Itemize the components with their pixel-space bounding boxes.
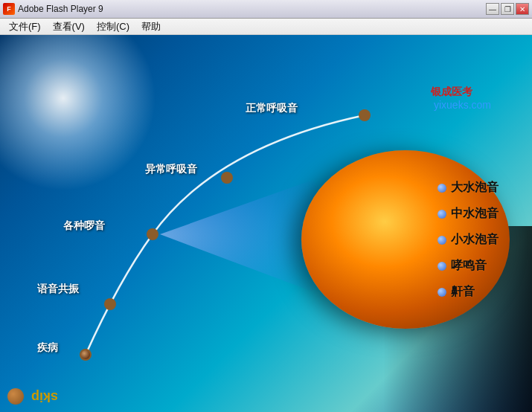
main-content: 正常呼吸音 异常呼吸音 各种啰音 语音共振 疾病 银成医考 yixueks.co… [0,35,532,412]
svg-point-4 [147,228,158,240]
svg-point-3 [104,298,116,310]
list-item[interactable]: 鼾音 [438,284,499,300]
list-item[interactable]: 小水泡音 [438,232,499,248]
title-left: F Adobe Flash Player 9 [3,3,103,15]
title-bar: F Adobe Flash Player 9 — ❐ ✕ [0,0,532,19]
bullet-dot [438,210,446,219]
label-jibing: 疾病 [37,341,58,355]
skip-area[interactable]: skip [7,388,58,405]
list-item[interactable]: 中水泡音 [438,206,499,222]
item-label: 小水泡音 [451,232,499,248]
label-zhengchang: 正常呼吸音 [246,102,298,115]
bullet-dot [438,288,446,297]
item-label: 大水泡音 [451,180,499,196]
item-label: 中水泡音 [451,206,499,222]
list-item[interactable]: 哮鸣音 [438,258,499,274]
bullet-dot [438,236,446,245]
menu-help[interactable]: 帮助 [135,19,167,35]
restore-button[interactable]: ❐ [501,3,514,15]
watermark-red: 银成医考 [431,86,472,99]
skip-dot-icon [7,388,24,405]
skip-text[interactable]: skip [31,389,58,405]
label-yuyin: 语音共振 [37,283,79,296]
watermark-blue: yixueks.com [434,99,491,111]
close-button[interactable]: ✕ [516,3,529,15]
bullet-dot [438,184,446,193]
menu-view[interactable]: 查看(V) [47,19,91,35]
window-title: Adobe Flash Player 9 [18,4,103,14]
svg-point-2 [81,350,90,359]
item-label: 哮鸣音 [451,258,487,274]
svg-point-5 [221,172,233,184]
menu-file[interactable]: 文件(F) [3,19,47,35]
svg-point-6 [359,109,371,121]
label-yichang: 异常呼吸音 [145,163,197,176]
item-label: 鼾音 [451,284,475,300]
app-icon: F [3,3,15,15]
bullet-dot [438,262,446,271]
window-controls: — ❐ ✕ [486,3,529,15]
list-item[interactable]: 大水泡音 [438,180,499,196]
label-gezhong: 各种啰音 [63,219,105,233]
menu-control[interactable]: 控制(C) [91,19,135,35]
menu-bar: 文件(F) 查看(V) 控制(C) 帮助 [0,19,532,35]
ellipse-list: 大水泡音 中水泡音 小水泡音 哮鸣音 鼾音 [438,180,499,300]
minimize-button[interactable]: — [486,3,499,15]
